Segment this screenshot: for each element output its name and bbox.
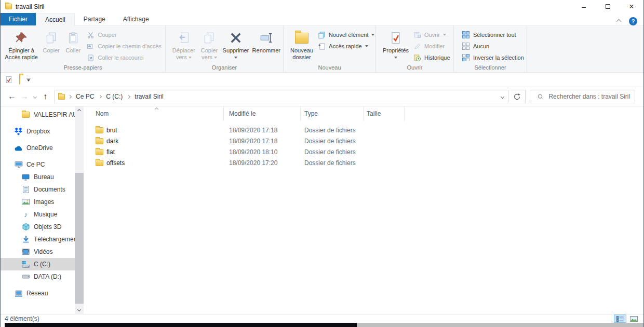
select-all-button[interactable]: Sélectionner tout <box>459 29 527 40</box>
folder-icon <box>96 149 103 155</box>
delete-button[interactable]: Supprimer <box>221 28 250 62</box>
scroll-up-icon[interactable] <box>75 106 84 115</box>
column-header-size[interactable]: Taille <box>364 106 405 121</box>
pin-to-quick-access-button[interactable]: Épingler àAccès rapide <box>3 28 40 62</box>
sidebar-item-pictures[interactable]: Images <box>1 196 75 208</box>
help-icon[interactable]: ? <box>629 17 637 25</box>
cut-button[interactable]: Couper <box>84 29 164 40</box>
collapse-ribbon-icon[interactable] <box>616 19 622 24</box>
search-box[interactable] <box>530 90 635 103</box>
pictures-icon <box>21 199 30 205</box>
details-view-icon <box>616 316 624 322</box>
new-item-icon <box>317 31 326 39</box>
maximize-button[interactable] <box>596 0 620 13</box>
paste-button[interactable]: Coller <box>62 28 84 55</box>
sidebar-item-network[interactable]: Réseau <box>1 287 75 299</box>
video-icon <box>21 249 30 255</box>
select-none-button[interactable]: Aucun <box>459 40 527 52</box>
breadcrumb-this-pc[interactable]: Ce PC <box>75 93 95 100</box>
file-row-dark[interactable]: dark 18/09/2020 17:18 Dossier de fichier… <box>84 135 643 146</box>
properties-button[interactable]: Propriétés <box>381 28 410 62</box>
new-item-button[interactable]: Nouvel élément <box>315 29 377 40</box>
sidebar-item-c-drive[interactable]: C (C:) <box>1 258 75 270</box>
qat-properties-button[interactable] <box>5 76 13 84</box>
edit-icon <box>413 42 421 50</box>
sidebar-item-d-drive[interactable]: DATA (D:) <box>1 270 75 283</box>
file-row-offsets[interactable]: offsets 18/09/2020 17:20 Dossier de fich… <box>84 157 643 168</box>
breadcrumb-current-folder[interactable]: travail Siril <box>133 93 164 100</box>
open-icon <box>413 31 421 39</box>
refresh-button[interactable] <box>508 90 526 103</box>
scroll-down-icon[interactable] <box>75 305 84 314</box>
open-button[interactable]: Ouvrir <box>410 29 453 40</box>
qat-new-folder-button[interactable] <box>19 75 20 85</box>
paste-shortcut-button[interactable]: Coller le raccourci <box>84 52 164 63</box>
close-button[interactable]: × <box>620 0 643 13</box>
status-bar: 4 élément(s) <box>1 314 643 323</box>
pin-icon <box>15 29 28 47</box>
edit-button[interactable]: Modifier <box>410 40 453 52</box>
sidebar-item-dropbox[interactable]: Dropbox <box>1 125 75 138</box>
qat-customize-icon[interactable] <box>26 78 31 82</box>
recent-locations-icon[interactable] <box>31 96 39 98</box>
column-header-type[interactable]: Type <box>301 106 364 121</box>
scrollbar-thumb[interactable] <box>75 173 84 304</box>
column-header-name[interactable]: Nom <box>84 106 224 121</box>
copy-path-button[interactable]: Copier le chemin d'accès <box>84 40 164 52</box>
column-headers: Nom Modifié le Type Taille <box>84 106 643 121</box>
forward-button[interactable]: → <box>18 92 31 101</box>
sidebar-item-3d-objects[interactable]: Objets 3D <box>1 221 75 233</box>
navigation-pane: VALLESPIR AUTO Dropbox OneDrive Ce PC <box>1 106 75 314</box>
open-small-buttons: Ouvrir Modifier Historique <box>410 28 453 63</box>
tab-file[interactable]: Fichier <box>1 13 36 25</box>
up-button[interactable]: ↑ <box>39 92 51 101</box>
sidebar-item-onedrive[interactable]: OneDrive <box>1 142 75 154</box>
sidebar-item-music[interactable]: ♪ Musique <box>1 208 75 221</box>
copy-to-button[interactable]: Copiervers <box>198 28 221 62</box>
easy-access-icon <box>317 42 326 50</box>
properties-icon <box>389 29 403 47</box>
address-dropdown-icon[interactable] <box>501 94 504 98</box>
invert-selection-button[interactable]: Inverser la sélection <box>459 52 527 63</box>
sidebar-item-videos[interactable]: Vidéos <box>1 246 75 258</box>
rename-button[interactable]: Renommer <box>251 28 282 55</box>
sidebar-item-vallespir[interactable]: VALLESPIR AUTO <box>1 108 75 121</box>
move-to-icon <box>177 29 191 47</box>
tab-share[interactable]: Partage <box>75 13 114 25</box>
sidebar-item-downloads[interactable]: Téléchargements <box>1 233 75 246</box>
minimize-button[interactable]: – <box>572 0 596 13</box>
explorer-window: travail Siril – × Fichier Accueil Partag… <box>0 0 644 327</box>
tab-view[interactable]: Affichage <box>114 13 158 25</box>
sidebar-item-this-pc[interactable]: Ce PC <box>1 158 75 171</box>
sidebar-scrollbar[interactable] <box>75 106 84 314</box>
copy-button[interactable]: Copier <box>40 28 62 55</box>
new-group-label: Nouveau <box>284 64 375 71</box>
move-to-button[interactable]: Déplacervers <box>170 28 198 62</box>
file-list-pane: Nom Modifié le Type Taille brut 18/09/20… <box>84 106 643 314</box>
sidebar-item-desktop[interactable]: Bureau <box>1 171 75 183</box>
file-row-flat[interactable]: flat 18/09/2020 18:10 Dossier de fichier… <box>84 146 643 157</box>
item-count: 4 élément(s) <box>5 315 39 322</box>
ribbon-tab-row: Fichier Accueil Partage Affichage ? <box>1 13 643 26</box>
easy-access-button[interactable]: Accès rapide <box>315 40 377 52</box>
ribbon: Épingler àAccès rapide Copier Coller <box>1 26 643 73</box>
history-button[interactable]: Historique <box>410 52 453 63</box>
details-view-button[interactable] <box>614 315 626 323</box>
music-note-icon: ♪ <box>21 210 30 219</box>
select-small-buttons: Sélectionner tout Aucun Inverser la séle… <box>459 28 527 63</box>
select-all-icon <box>462 31 470 39</box>
breadcrumb-c-drive[interactable]: C (C:) <box>105 93 124 100</box>
back-button[interactable]: ← <box>6 92 18 101</box>
search-input[interactable] <box>548 93 632 100</box>
tab-home[interactable]: Accueil <box>36 13 75 26</box>
file-row-brut[interactable]: brut 18/09/2020 17:18 Dossier de fichier… <box>84 125 643 135</box>
thumbnail-view-button[interactable] <box>627 315 640 323</box>
new-folder-button[interactable]: Nouveaudossier <box>289 28 315 62</box>
address-bar[interactable]: Ce PC C (C:) travail Siril <box>55 90 508 103</box>
computer-icon <box>14 161 23 168</box>
folder-icon <box>96 160 103 166</box>
address-folder-icon <box>58 94 65 100</box>
sidebar-item-documents[interactable]: Documents <box>1 183 75 196</box>
crumb-separator-icon <box>68 94 72 98</box>
column-header-modified[interactable]: Modifié le <box>224 106 301 121</box>
